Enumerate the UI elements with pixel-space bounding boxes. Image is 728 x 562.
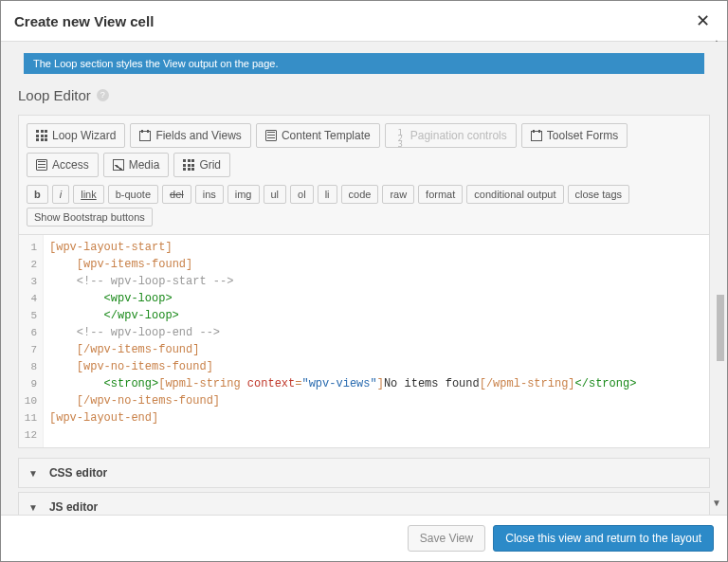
access-icon — [36, 159, 47, 171]
bquote-button[interactable]: b-quote — [108, 185, 158, 204]
ul-button[interactable]: ul — [264, 185, 287, 204]
del-button[interactable]: del — [162, 185, 191, 204]
code-line: [wpv-layout-start] — [49, 241, 173, 254]
grid-button[interactable]: Grid — [173, 153, 230, 177]
format-button[interactable]: format — [418, 185, 463, 204]
forms-icon — [531, 130, 542, 141]
grid-icon — [183, 159, 194, 171]
access-label: Access — [52, 158, 89, 172]
caret-down-icon: ▼ — [28, 468, 38, 479]
css-editor-accordion[interactable]: ▼ CSS editor — [18, 458, 710, 488]
pagination-label: Pagination controls — [410, 129, 507, 142]
code-line: [/wpv-items-found] — [77, 343, 200, 356]
section-title-text: Loop Editor — [18, 87, 91, 103]
scroll-down-icon[interactable]: ▼ — [712, 498, 721, 508]
save-view-button[interactable]: Save View — [408, 525, 485, 552]
conditional-button[interactable]: conditional output — [466, 185, 563, 204]
modal-footer: Save View Close this view and return to … — [1, 515, 727, 561]
template-icon — [265, 130, 277, 141]
toolset-forms-label: Toolset Forms — [547, 129, 618, 142]
close-tags-button[interactable]: close tags — [568, 185, 630, 204]
bootstrap-button[interactable]: Show Bootstrap buttons — [27, 208, 153, 227]
code-line: [wpv-items-found] — [77, 258, 192, 271]
js-editor-label: JS editor — [49, 500, 98, 514]
code-token: </strong> — [575, 377, 637, 390]
ins-button[interactable]: ins — [195, 185, 224, 204]
ol-button[interactable]: ol — [290, 185, 314, 204]
toolset-forms-button[interactable]: Toolset Forms — [521, 123, 628, 148]
content-template-label: Content Template — [282, 129, 371, 142]
help-icon[interactable]: ? — [97, 89, 109, 101]
modal-title: Create new View cell — [14, 13, 154, 29]
code-token: wpv-loop-end — [104, 326, 200, 339]
close-return-button[interactable]: Close this view and return to the layout — [493, 525, 714, 552]
close-icon[interactable]: ✕ — [692, 10, 714, 31]
grid-label: Grid — [199, 158, 221, 172]
code-content[interactable]: [wpv-layout-start] [wpv-items-found] <!-… — [44, 235, 709, 447]
code-token: <!-- — [77, 275, 104, 288]
grid-icon — [36, 130, 47, 141]
code-token: [/wpml-string] — [480, 377, 575, 390]
media-button[interactable]: Media — [103, 153, 170, 177]
code-editor[interactable]: 123456789101112 [wpv-layout-start] [wpv-… — [19, 234, 709, 447]
caret-down-icon: ▼ — [28, 502, 38, 513]
bold-button[interactable]: b — [27, 185, 48, 204]
code-line: [/wpv-no-items-found] — [77, 394, 220, 408]
code-token: ] — [377, 377, 384, 390]
raw-button[interactable]: raw — [382, 185, 414, 204]
code-line: [wpv-no-items-found] — [77, 360, 213, 373]
code-token: <strong> — [104, 377, 159, 390]
fields-views-label: Fields and Views — [155, 129, 242, 142]
loop-wizard-button[interactable]: Loop Wizard — [27, 123, 125, 148]
fields-icon — [139, 130, 151, 141]
code-line: <wpv-loop> — [104, 292, 173, 305]
pagination-button: 1 23Pagination controls — [385, 123, 517, 148]
code-line: [wpv-layout-end] — [49, 411, 158, 425]
pagination-icon: 1 23 — [394, 130, 406, 141]
code-token: wpv-loop-start — [104, 275, 213, 288]
link-button[interactable]: link — [73, 185, 104, 204]
format-toolbar: b i link b-quote del ins img ul ol li co… — [19, 181, 709, 234]
loop-wizard-label: Loop Wizard — [52, 129, 116, 142]
code-token: [wpml-string — [158, 377, 247, 390]
code-token: context — [247, 377, 295, 390]
section-title: Loop Editor ? — [18, 87, 714, 103]
code-token: --> — [199, 326, 220, 339]
loop-editor-box: Loop Wizard Fields and Views Content Tem… — [18, 115, 710, 448]
italic-button[interactable]: i — [52, 185, 69, 204]
code-token: No items found — [384, 377, 480, 390]
content-template-button[interactable]: Content Template — [256, 123, 380, 148]
fields-views-button[interactable]: Fields and Views — [130, 123, 251, 148]
line-gutter: 123456789101112 — [19, 235, 44, 447]
code-token: --> — [213, 275, 234, 288]
access-button[interactable]: Access — [27, 153, 99, 177]
media-label: Media — [129, 158, 160, 172]
modal-header: Create new View cell ✕ — [1, 1, 727, 42]
code-token: <!-- — [77, 326, 104, 339]
img-button[interactable]: img — [228, 185, 260, 204]
info-banner: The Loop section styles the View output … — [24, 53, 704, 74]
modal-body: The Loop section styles the View output … — [1, 42, 727, 520]
scrollbar-thumb[interactable] — [717, 295, 724, 361]
code-line: </wpv-loop> — [104, 309, 179, 322]
li-button[interactable]: li — [318, 185, 337, 204]
code-button[interactable]: code — [341, 185, 379, 204]
css-editor-label: CSS editor — [49, 466, 107, 480]
media-icon — [113, 159, 124, 171]
main-toolbar: Loop Wizard Fields and Views Content Tem… — [19, 116, 709, 181]
code-token: "wpv-views" — [301, 377, 376, 390]
